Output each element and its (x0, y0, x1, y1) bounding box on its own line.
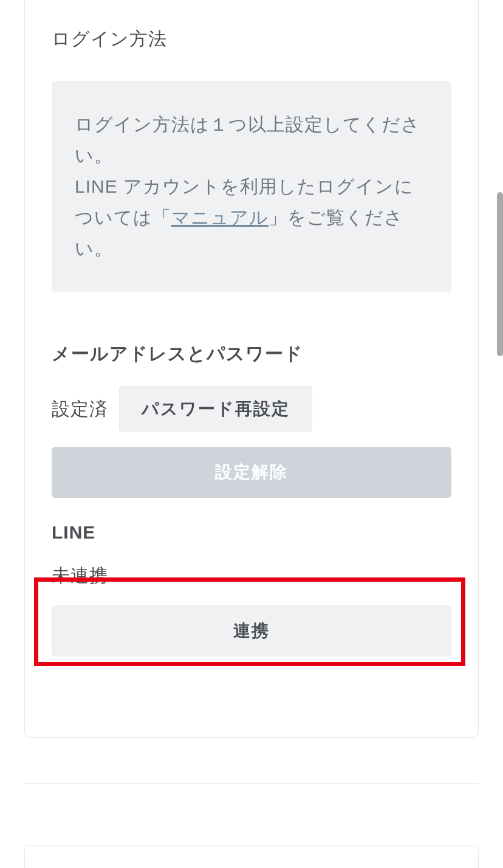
login-methods-title: ログイン方法 (52, 27, 451, 52)
reset-password-button[interactable]: パスワード再設定 (119, 386, 312, 432)
next-card-top (24, 845, 479, 868)
line-link-button[interactable]: 連携 (52, 605, 451, 656)
manual-link[interactable]: マニュアル (171, 207, 269, 227)
line-heading: LINE (52, 522, 451, 543)
login-settings-card: ログイン方法 ログイン方法は１つ以上設定してください。 LINE アカウントを利… (24, 0, 479, 738)
section-divider (24, 783, 479, 784)
line-section: LINE 未連携 連携 (52, 522, 451, 656)
email-status: 設定済 (52, 397, 108, 422)
clear-settings-button: 設定解除 (52, 447, 451, 498)
scrollbar-thumb[interactable] (497, 192, 503, 356)
line-status: 未連携 (52, 563, 451, 588)
login-info-box: ログイン方法は１つ以上設定してください。 LINE アカウントを利用したログイン… (52, 81, 451, 292)
email-status-row: 設定済 パスワード再設定 (52, 386, 451, 432)
email-password-heading: メールアドレスとパスワード (52, 342, 451, 367)
